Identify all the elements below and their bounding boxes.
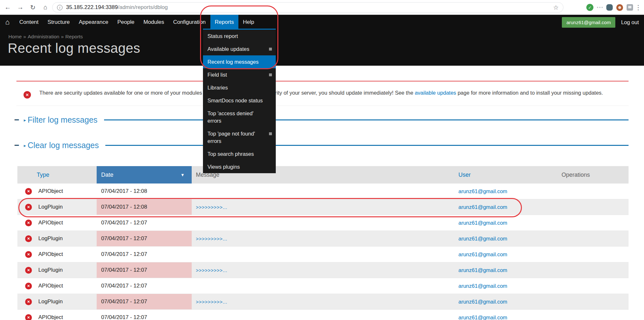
menu-item-field-list[interactable]: Field list <box>203 68 276 81</box>
menu-item-recent-log-messages[interactable]: Recent log messages <box>203 55 276 68</box>
message-link[interactable]: >>>>>>>>>... <box>196 236 227 241</box>
back-icon[interactable]: ← <box>3 3 13 12</box>
cell-date: 07/04/2017 - 12:07 <box>97 247 192 262</box>
error-icon: ✕ <box>25 235 32 242</box>
bookmark-star-icon[interactable]: ☆ <box>553 4 559 11</box>
extension-dots-icon[interactable] <box>597 7 603 8</box>
message-link[interactable]: >>>>>>>>>... <box>196 268 227 273</box>
page-info-icon[interactable]: i <box>57 5 62 10</box>
collapse-dash-icon: − <box>14 116 19 124</box>
user-link[interactable]: arunz61@gmail.com <box>458 220 507 226</box>
collapsed-arrow-icon: ▸ <box>24 118 26 123</box>
toolbar-item-content[interactable]: Content <box>15 15 43 30</box>
menu-item-top-search-phrases[interactable]: Top search phrases <box>203 147 276 160</box>
url-host: 35.185.222.194:3389 <box>66 4 118 10</box>
menu-item-smartdocs-node-status[interactable]: SmartDocs node status <box>203 94 276 107</box>
user-account-button[interactable]: arunz61@gmail.com <box>562 17 615 28</box>
message-link[interactable]: >>>>>>>>>... <box>196 299 227 305</box>
error-icon: ✕ <box>25 314 32 320</box>
cell-date: 07/04/2017 - 12:07 <box>97 294 192 309</box>
toolbar-item-reports[interactable]: Reports <box>210 15 239 30</box>
menu-item-views-plugins[interactable]: Views plugins <box>203 160 276 173</box>
page-header: Home»Administration»Reports Recent log m… <box>0 30 644 66</box>
breadcrumb-administration[interactable]: Administration <box>28 34 59 39</box>
toolbar-item-configuration[interactable]: Configuration <box>168 15 210 30</box>
extension-check-icon[interactable]: ✓ <box>586 4 593 11</box>
admin-home-icon[interactable]: ⌂ <box>0 15 15 30</box>
reload-icon[interactable]: ↻ <box>28 3 38 12</box>
clear-fieldset-legend[interactable]: ▸Clear log messages <box>24 141 99 150</box>
user-link[interactable]: arunz61@gmail.com <box>458 251 507 258</box>
menu-item-label: Top 'access denied' errors <box>207 110 254 124</box>
collapsed-arrow-icon: ▸ <box>24 143 26 148</box>
extension-icon-3[interactable] <box>606 4 613 11</box>
cell-message <box>192 310 457 320</box>
column-header-type[interactable]: Type <box>17 166 97 184</box>
cell-type: ✕APIObject <box>17 215 97 231</box>
forward-icon[interactable]: → <box>15 3 25 12</box>
toolbar-item-modules[interactable]: Modules <box>139 15 168 30</box>
log-row: ✕APIObject07/04/2017 - 12:07arunz61@gmai… <box>17 247 629 262</box>
menu-item-libraries[interactable]: Libraries <box>203 81 276 94</box>
toolbar-right: arunz61@gmail.com Log out <box>562 15 644 30</box>
toolbar-item-appearance[interactable]: Appearance <box>74 15 113 30</box>
user-link[interactable]: arunz61@gmail.com <box>458 204 507 210</box>
error-icon: ✕ <box>25 188 32 195</box>
column-header-user[interactable]: User <box>457 166 561 184</box>
column-header-operations: Operations <box>561 166 629 184</box>
error-icon: ✕ <box>25 251 32 258</box>
menu-item-top-page-not-found-errors[interactable]: Top 'page not found' errors <box>203 127 276 147</box>
browser-menu-icon[interactable]: ⋮ <box>635 4 641 11</box>
menu-item-available-updates[interactable]: Available updates <box>203 42 276 55</box>
log-row: ✕LogPlugin07/04/2017 - 12:07>>>>>>>>>...… <box>17 294 629 310</box>
address-bar[interactable]: i 35.185.222.194:3389/admin/reports/dblo… <box>52 2 563 13</box>
security-alert: ✕ There are security updates available f… <box>16 81 629 106</box>
cell-user: arunz61@gmail.com <box>457 231 561 246</box>
type-label: APIObject <box>38 314 63 320</box>
user-link[interactable]: arunz61@gmail.com <box>458 315 507 320</box>
cell-date: 07/04/2017 - 12:07 <box>97 262 192 278</box>
admin-toolbar: ⌂ ContentStructureAppearancePeopleModule… <box>0 15 644 30</box>
log-row: ✕LogPlugin07/04/2017 - 12:08>>>>>>>>>...… <box>17 199 629 215</box>
breadcrumb-home[interactable]: Home <box>8 34 22 39</box>
breadcrumb-reports[interactable]: Reports <box>65 34 83 39</box>
extension-ring-icon[interactable] <box>616 4 623 11</box>
cell-operations <box>561 247 629 262</box>
user-link[interactable]: arunz61@gmail.com <box>458 267 507 273</box>
type-label: LogPlugin <box>38 267 63 273</box>
filter-fieldset: − ▸Filter log messages <box>14 113 629 126</box>
cell-message: >>>>>>>>>... <box>192 199 457 215</box>
menu-item-label: Status report <box>207 33 238 39</box>
available-updates-link[interactable]: available updates <box>415 90 456 96</box>
cell-operations <box>561 231 629 246</box>
user-link[interactable]: arunz61@gmail.com <box>458 283 507 289</box>
cell-type: ✕APIObject <box>17 278 97 294</box>
browser-home-icon[interactable]: ⌂ <box>41 3 50 12</box>
type-label: LogPlugin <box>38 204 63 210</box>
user-link[interactable]: arunz61@gmail.com <box>458 188 507 194</box>
logout-link[interactable]: Log out <box>621 19 639 25</box>
browser-toolbar: ← → ↻ ⌂ i 35.185.222.194:3389/admin/repo… <box>0 0 644 15</box>
user-link[interactable]: arunz61@gmail.com <box>458 236 507 242</box>
cell-type: ✕APIObject <box>17 247 97 262</box>
menu-item-status-report[interactable]: Status report <box>203 30 276 42</box>
menu-item-top-access-denied-errors[interactable]: Top 'access denied' errors <box>203 107 276 127</box>
cell-type: ✕LogPlugin <box>17 262 97 278</box>
message-link[interactable]: >>>>>>>>>... <box>196 204 227 210</box>
extension-monitor-icon[interactable] <box>627 4 633 11</box>
cell-type: ✕LogPlugin <box>17 294 97 309</box>
cell-date: 07/04/2017 - 12:08 <box>97 184 192 199</box>
log-table: Type Date▼ Message User Operations ✕APIO… <box>17 166 629 320</box>
type-label: APIObject <box>38 283 63 289</box>
cell-message <box>192 215 457 231</box>
sort-desc-icon: ▼ <box>180 173 185 177</box>
toolbar-item-structure[interactable]: Structure <box>43 15 74 30</box>
user-link[interactable]: arunz61@gmail.com <box>458 299 507 305</box>
menu-item-badge <box>269 48 272 51</box>
filter-fieldset-legend[interactable]: ▸Filter log messages <box>24 115 98 125</box>
cell-operations <box>561 184 629 199</box>
toolbar-item-people[interactable]: People <box>113 15 139 30</box>
column-header-date[interactable]: Date▼ <box>97 166 192 184</box>
toolbar-item-help[interactable]: Help <box>238 15 259 30</box>
error-icon: ✕ <box>25 204 32 211</box>
